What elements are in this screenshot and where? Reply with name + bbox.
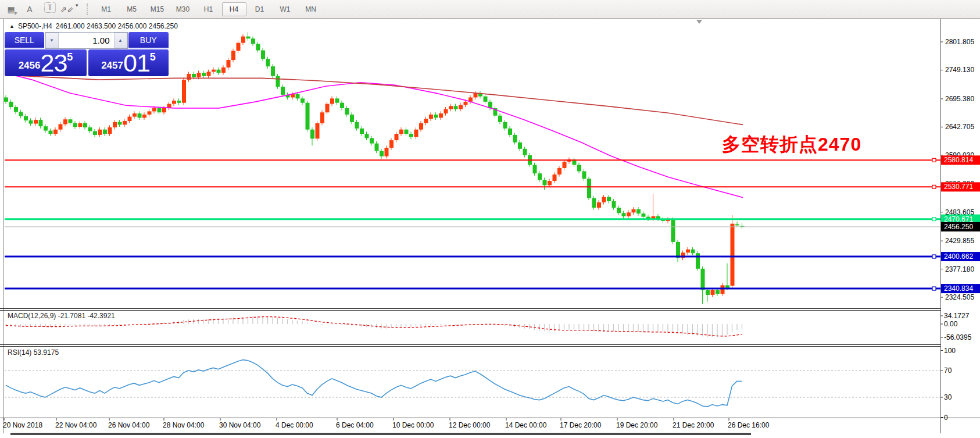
cursor-tools-icon[interactable]: ⇗⇙ [59, 2, 74, 16]
svg-text:0.00: 0.00 [944, 320, 958, 328]
svg-text:22 Nov 04:00: 22 Nov 04:00 [55, 421, 97, 429]
buy-price-display[interactable]: 2457 01 5 [88, 49, 169, 76]
svg-text:2470.671: 2470.671 [944, 215, 973, 223]
tab-timeframe-d1[interactable]: D1 [248, 2, 272, 16]
one-click-trading-panel: SELL ▼ ▲ BUY 2456 23 5 2457 01 5 [5, 32, 169, 77]
svg-text:30 Nov 04:00: 30 Nov 04:00 [219, 421, 261, 429]
buy-button[interactable]: BUY [128, 32, 169, 49]
buy-price-sup: 5 [150, 51, 156, 63]
chart-background [0, 19, 980, 433]
buy-price-big: 01 [123, 50, 150, 76]
tab-timeframe-m1[interactable]: M1 [94, 2, 119, 16]
text-box-icon[interactable]: T [44, 2, 56, 13]
svg-text:0: 0 [944, 414, 948, 422]
tools-dropdown-caret-icon[interactable]: ▾ [76, 2, 78, 16]
top-toolbar: ▦FAT⇗⇙▾ M1M5M15M30H1H4D1W1MN [0, 0, 980, 19]
chart-text-annotation: 多空转折点2470 [722, 132, 861, 158]
svg-text:4 Dec 00:00: 4 Dec 00:00 [276, 421, 313, 429]
volume-control: ▼ ▲ [45, 32, 128, 49]
tab-timeframe-mn[interactable]: MN [299, 2, 323, 16]
tab-timeframe-h1[interactable]: H1 [196, 2, 221, 16]
volume-increase-button[interactable]: ▲ [114, 33, 127, 48]
svg-text:-56.0395: -56.0395 [944, 333, 972, 341]
svg-text:34.1727: 34.1727 [944, 312, 970, 320]
svg-text:2749.130: 2749.130 [945, 66, 974, 74]
hline-handle [932, 255, 936, 258]
tab-timeframe-m15[interactable]: M15 [145, 2, 170, 16]
sell-price-display[interactable]: 2456 23 5 [5, 49, 87, 76]
svg-text:19 Dec 20:00: 19 Dec 20:00 [616, 421, 658, 429]
buy-price-prefix: 2457 [101, 60, 123, 72]
volume-decrease-button[interactable]: ▼ [45, 33, 59, 48]
window-bottom-border [10, 433, 751, 435]
macd-indicator-label: MACD(12,26,9) -21.7081 -42.3921 [8, 312, 115, 320]
svg-text:12 Dec 00:00: 12 Dec 00:00 [449, 421, 491, 429]
svg-text:20 Nov 2018: 20 Nov 2018 [3, 421, 42, 429]
svg-text:28 Nov 04:00: 28 Nov 04:00 [163, 421, 205, 429]
symbol-header: ▲ SP500-,H4 2461.000 2463.500 2456.000 2… [9, 22, 178, 30]
svg-text:2400.662: 2400.662 [944, 252, 973, 261]
sell-price-big: 23 [40, 50, 67, 76]
svg-text:26 Nov 04:00: 26 Nov 04:00 [108, 421, 150, 429]
timeframe-toolbar: M1M5M15M30H1H4D1W1MN [94, 2, 324, 16]
svg-text:2580.814: 2580.814 [944, 156, 973, 164]
sell-price-prefix: 2456 [19, 60, 41, 72]
svg-text:21 Dec 20:00: 21 Dec 20:00 [673, 421, 714, 429]
svg-text:26 Dec 16:00: 26 Dec 16:00 [728, 421, 770, 429]
tab-timeframe-m5[interactable]: M5 [120, 2, 144, 16]
svg-text:70: 70 [944, 366, 952, 375]
svg-text:2324.505: 2324.505 [945, 293, 974, 301]
tab-timeframe-w1[interactable]: W1 [273, 2, 298, 16]
rsi-indicator-label: RSI(14) 53.9175 [8, 348, 59, 357]
text-label-icon[interactable]: A [22, 2, 37, 16]
volume-input[interactable] [59, 33, 114, 48]
svg-text:2377.180: 2377.180 [945, 265, 974, 273]
toolbar-grip[interactable] [87, 3, 88, 15]
hline-handle [932, 158, 936, 162]
symbol-ohlc-values: 2461.000 2463.500 2456.000 2456.250 [56, 22, 178, 30]
svg-text:17 Dec 20:00: 17 Dec 20:00 [560, 421, 602, 429]
svg-text:2340.834: 2340.834 [944, 284, 973, 293]
svg-text:100: 100 [944, 347, 956, 355]
hline-handle [932, 218, 936, 221]
tab-timeframe-h4[interactable]: H4 [222, 2, 246, 16]
svg-text:2642.705: 2642.705 [945, 123, 974, 131]
drawing-tools-group: ▦FAT⇗⇙▾ [0, 2, 78, 16]
tab-timeframe-m30[interactable]: M30 [171, 2, 195, 16]
svg-text:6 Dec 04:00: 6 Dec 04:00 [336, 421, 374, 429]
svg-text:2801.805: 2801.805 [945, 38, 974, 46]
collapse-panel-icon[interactable]: ▲ [9, 23, 15, 29]
svg-text:10 Dec 00:00: 10 Dec 00:00 [392, 421, 434, 429]
svg-text:2530.771: 2530.771 [944, 183, 973, 191]
snap-grid-f-icon[interactable]: ▦F [3, 2, 19, 16]
sell-button[interactable]: SELL [5, 32, 44, 49]
svg-text:2456.250: 2456.250 [944, 223, 973, 231]
svg-text:30: 30 [944, 393, 952, 401]
hline-handle [932, 287, 936, 290]
svg-text:2429.855: 2429.855 [945, 237, 974, 245]
svg-text:14 Dec 00:00: 14 Dec 00:00 [505, 421, 547, 429]
sell-price-sup: 5 [67, 51, 73, 63]
hline-handle [932, 185, 936, 188]
symbol-name: SP500-,H4 [18, 22, 52, 30]
svg-text:2695.380: 2695.380 [945, 95, 974, 103]
